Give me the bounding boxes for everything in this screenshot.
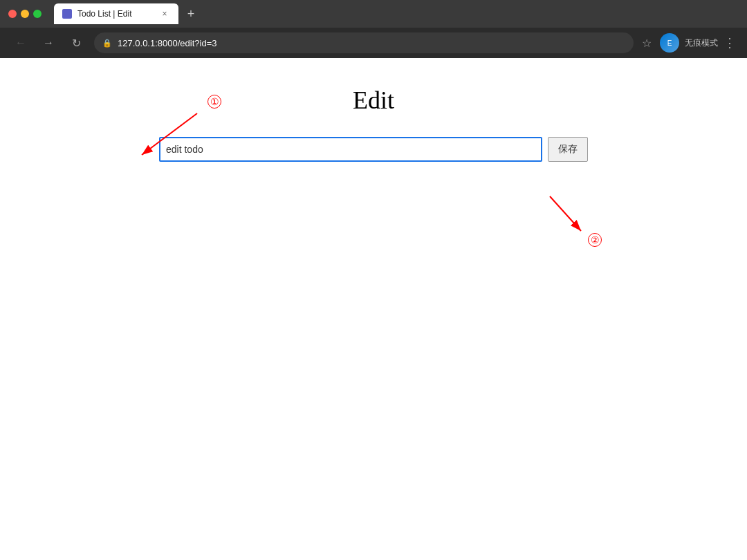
save-button[interactable]: 保存	[548, 137, 588, 162]
annotation-1-number: ①	[208, 95, 221, 109]
lock-icon: 🔒	[102, 39, 112, 48]
tab-close-button[interactable]: ×	[159, 8, 170, 19]
bookmark-star-icon[interactable]: ☆	[642, 37, 652, 50]
url-text: 127.0.0.1:8000/edit?id=3	[118, 38, 625, 48]
url-bar[interactable]: 🔒 127.0.0.1:8000/edit?id=3	[94, 32, 634, 53]
browser-menu-button[interactable]: ⋮	[723, 35, 736, 50]
edit-row: 保存	[159, 137, 588, 162]
minimize-window-button[interactable]	[21, 10, 29, 18]
refresh-button[interactable]: ↻	[66, 33, 86, 53]
maximize-window-button[interactable]	[33, 10, 42, 18]
svg-line-3	[550, 196, 581, 231]
tab-title: Todo List | Edit	[77, 9, 154, 19]
todo-edit-input[interactable]	[159, 137, 542, 162]
page-inner: Edit 保存 ①	[0, 58, 747, 560]
browser-window: Todo List | Edit × + ← → ↻ 🔒 127.0.0.1:8…	[0, 0, 747, 560]
traffic-lights	[8, 10, 42, 18]
browser-menu-area: E 无痕模式 ⋮	[660, 33, 736, 53]
tab-favicon-icon	[62, 9, 72, 19]
new-tab-button[interactable]: +	[181, 4, 201, 24]
back-button[interactable]: ←	[11, 33, 30, 53]
address-bar: ← → ↻ 🔒 127.0.0.1:8000/edit?id=3 ☆ E 无痕模…	[0, 28, 747, 58]
incognito-label: 无痕模式	[685, 37, 718, 49]
edge-profile-icon[interactable]: E	[660, 33, 679, 53]
page-content: Edit 保存 ①	[0, 58, 747, 560]
tab-bar: Todo List | Edit × +	[54, 3, 739, 24]
annotation-2: ②	[546, 193, 629, 251]
title-bar: Todo List | Edit × +	[0, 0, 747, 28]
active-tab[interactable]: Todo List | Edit ×	[54, 3, 178, 24]
page-title: Edit	[353, 86, 394, 115]
annotation-2-number: ②	[588, 233, 602, 247]
annotation-2-arrow	[546, 193, 629, 248]
close-window-button[interactable]	[8, 10, 17, 18]
forward-button[interactable]: →	[39, 33, 58, 53]
